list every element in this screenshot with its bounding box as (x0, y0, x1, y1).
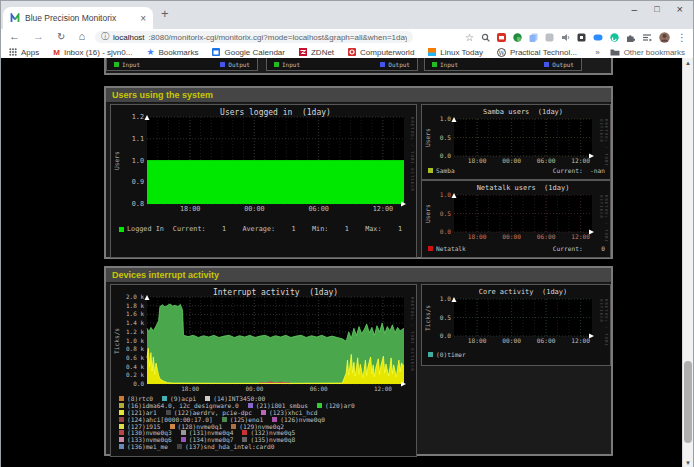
x-tick-label: 00:00 (497, 158, 527, 164)
legend-swatch (205, 396, 210, 401)
legend-swatch (119, 417, 124, 422)
x-tick-label: 00:00 (239, 206, 269, 213)
home-icon[interactable]: ⌂ (78, 31, 85, 42)
legend-label: Current: 0 (553, 245, 605, 252)
legend-input: Input (432, 61, 458, 68)
chart-canvas (454, 119, 592, 156)
browser-window: Blue Precision Monitorix × + – □ × ←→↻⌂ … (0, 0, 694, 467)
rrdtool-watermark: RRDTOOL / TOBI OETIKER (410, 297, 415, 372)
bookmark-item[interactable]: Apps (9, 48, 39, 57)
green-circle-icon[interactable] (610, 33, 619, 42)
maximize-icon[interactable]: □ (654, 5, 659, 14)
forward-icon[interactable]: → (33, 31, 44, 42)
info-icon[interactable]: ⓘ (101, 33, 109, 41)
legend-label: Logged In (127, 225, 164, 233)
bookmark-item[interactable]: ★Bookmarks (146, 48, 198, 57)
bookmark-item[interactable]: MInbox (16) - sjvn0... (53, 48, 132, 57)
computerworld-icon (348, 48, 356, 56)
legend-item: (120)ar0 (317, 402, 355, 409)
browser-tab[interactable]: Blue Precision Monitorix × (3, 7, 153, 29)
search-icon[interactable] (481, 33, 490, 42)
tab-close-icon[interactable]: × (140, 13, 146, 24)
legend-swatch (170, 424, 175, 429)
back-icon[interactable]: ← (9, 31, 20, 42)
legend-swatch (428, 246, 433, 251)
bookmark-item[interactable]: Google Calendar (212, 48, 284, 57)
legend-row: (16)idma64.0, i2c_designware.0(21)i801_s… (119, 402, 411, 409)
scroll-up-icon[interactable]: ▲ (683, 60, 693, 66)
bookmark-label: Practical Technol... (510, 48, 577, 57)
star-outline-icon[interactable]: ☆ (465, 33, 474, 43)
tab-title: Blue Precision Monitorix (25, 13, 140, 23)
playlist-icon[interactable] (642, 33, 652, 42)
bookmark-item[interactable]: Computerworld (348, 48, 414, 57)
bookmark-item[interactable]: Linux Today (428, 48, 483, 57)
reload-icon[interactable]: ↻ (57, 32, 65, 42)
chart-core-activity[interactable]: Core activity (1day)Ticks/s1.00.50.018:0… (421, 284, 611, 366)
folder-icon (610, 48, 620, 56)
x-tick-label: 18:00 (462, 338, 492, 344)
chart-canvas (454, 195, 592, 232)
bookmark-item[interactable]: ZDNet (299, 48, 334, 57)
legend-output: Output (220, 61, 250, 68)
chart-plot-area (454, 195, 592, 232)
legend-swatch (380, 62, 385, 67)
dark-square-icon[interactable] (577, 33, 586, 42)
chart-legend: (8)rtc0(9)acpi(14)INT3450:00(16)idma64.0… (119, 395, 411, 450)
legend-input: Input (114, 61, 140, 68)
menu-dots-icon[interactable]: ⋮ (677, 33, 687, 43)
zdnet-icon (299, 48, 307, 56)
legend-swatch (242, 437, 247, 442)
bookmark-item[interactable]: WPractical Technol... (497, 48, 577, 57)
scroll-down-icon[interactable]: ▼ (683, 460, 693, 466)
new-tab-button[interactable]: + (161, 6, 169, 21)
network-chart-partial[interactable]: InputOutput (106, 58, 258, 71)
address-bar[interactable]: ⓘ localhost:8080/monitorix-cgi/monitorix… (95, 31, 413, 43)
mail-checker-icon[interactable] (497, 33, 506, 42)
chart-plot-area (147, 297, 404, 384)
gray-square-icon[interactable] (545, 33, 554, 42)
legend-swatch (274, 62, 279, 67)
rrdtool-watermark: RRDTOOL / TOBI OETIKER (599, 119, 609, 179)
svg-text:W: W (498, 48, 505, 55)
network-chart-partial[interactable]: InputOutput (266, 58, 418, 71)
chart-interrupt-activity[interactable]: Interrupt activity (1day)Ticks/s2.0 k1.8… (110, 284, 417, 457)
y-tick-label: 1.4 k (117, 320, 144, 326)
legend-row: NetatalkCurrent: 0 (428, 245, 605, 252)
bookmarks-overflow-chevron[interactable]: » (595, 48, 599, 57)
puzzle-extensions-icon[interactable] (626, 33, 635, 42)
chart-title: Core activity (1day) (454, 288, 592, 296)
legend-swatch (242, 430, 247, 435)
close-icon[interactable]: × (677, 4, 683, 15)
chart-netatalk-users[interactable]: Netatalk users (1day)Users1.00.50.018:00… (421, 180, 611, 258)
profile-avatar[interactable] (659, 32, 670, 43)
x-tick-label: 06:00 (304, 206, 334, 213)
rrdtool-watermark: RRDTOOL / TOBI OETIKER (599, 195, 609, 257)
legend-item: (0)timer (428, 351, 466, 358)
chart-users-logged-in[interactable]: Users logged in (1day)Users1.21.11.00.90… (110, 104, 417, 258)
legend-label: Samba (436, 167, 455, 174)
y-tick-label: 1.2 (117, 114, 144, 121)
y-tick-label: 0.4 k (117, 364, 144, 370)
chart-title: Samba users (1day) (454, 108, 592, 116)
other-bookmarks-button[interactable]: Other bookmarks (610, 48, 685, 57)
legend-swatch (119, 430, 124, 435)
url-path: :8080/monitorix-cgi/monitorix.cgi?mode=l… (149, 33, 407, 42)
green-globe-icon[interactable] (513, 33, 522, 42)
speaker-icon[interactable] (561, 33, 570, 42)
scrollbar-thumb[interactable] (684, 361, 692, 443)
bookmark-label: ZDNet (311, 48, 334, 57)
minimize-icon[interactable]: – (632, 5, 638, 15)
copy-pages-icon[interactable] (529, 33, 538, 42)
legend-row: (8)rtc0(9)acpi(14)INT3450:00 (119, 395, 411, 402)
legend-label: Netatalk (436, 245, 466, 252)
legend-item: Current: 1 Average: 1 Min: 1 Max: 1 (173, 225, 402, 233)
rrdtool-watermark: RRDTOOL / TOBI OETIKER (410, 117, 415, 192)
legend-swatch (177, 444, 182, 449)
network-chart-partial[interactable]: InputOutput (424, 58, 582, 71)
blue-capsule-icon[interactable] (593, 33, 603, 42)
monitorix-favicon (10, 13, 20, 23)
page-scrollbar[interactable]: ▲ ▼ (682, 58, 693, 467)
chart-samba-users[interactable]: Samba users (1day)Users1.00.50.018:0000:… (421, 104, 611, 180)
gmail-icon: M (53, 48, 60, 57)
